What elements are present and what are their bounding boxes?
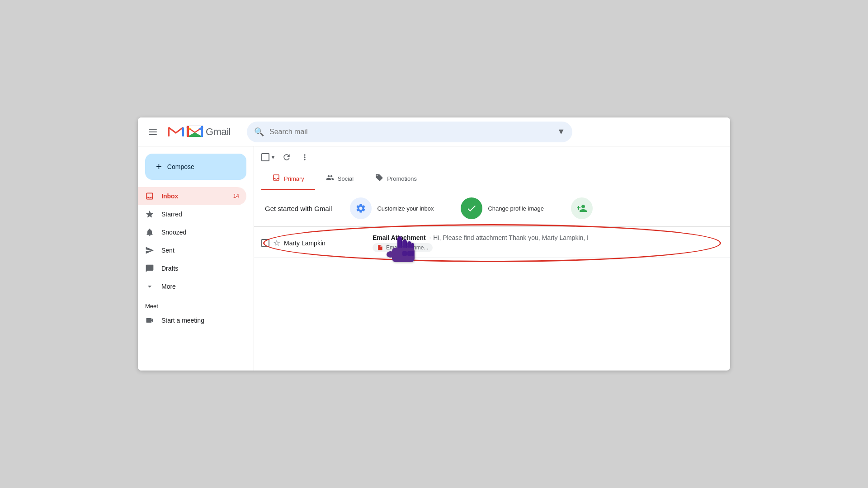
svg-rect-15	[402, 251, 407, 256]
promo-title: Get started with Gmail	[265, 205, 332, 212]
tabs-bar: Primary Social Promotions	[254, 168, 730, 190]
meet-section-label: Meet	[138, 299, 254, 311]
svg-rect-7	[187, 126, 189, 137]
gear-icon	[355, 203, 366, 214]
checkmark-icon	[466, 203, 477, 214]
select-dropdown-icon[interactable]: ▼	[270, 154, 276, 160]
meet-section: Meet Start a meeting	[138, 299, 254, 333]
inbox-label: Inbox	[161, 192, 178, 200]
tab-primary-label: Primary	[284, 175, 304, 182]
menu-button[interactable]	[145, 125, 160, 139]
tab-promotions-label: Promotions	[387, 175, 417, 182]
start-meeting-label: Start a meeting	[161, 317, 204, 324]
tab-social-label: Social	[338, 175, 354, 182]
main-layout: + Compose Inbox 14 Starred	[138, 146, 730, 371]
snoozed-label: Snoozed	[161, 229, 186, 236]
tag-icon	[375, 174, 383, 182]
video-icon	[145, 316, 154, 325]
refresh-button[interactable]	[279, 150, 294, 164]
change-profile-text: Change profile image	[488, 205, 544, 212]
promo-customize-inbox[interactable]: Customize your inbox	[350, 197, 434, 219]
email-preview: - Hi, Please find attachment Thank you, …	[429, 234, 723, 241]
compose-button[interactable]: + Compose	[145, 154, 246, 180]
more-vert-icon	[300, 153, 309, 162]
promotions-tab-icon	[375, 174, 383, 183]
select-all-area: ▼	[261, 153, 276, 161]
compose-plus-icon: +	[156, 161, 162, 173]
sidebar-nav: Inbox 14 Starred Snoozed	[138, 187, 254, 296]
email-attachment-chip: Email Attachme...	[373, 243, 433, 252]
sidebar-item-drafts[interactable]: Drafts	[138, 259, 246, 277]
content-area: ▼ Primary	[254, 146, 730, 371]
sent-label: Sent	[161, 247, 175, 254]
svg-point-14	[387, 251, 395, 258]
attachment-filename: Email Attachme...	[386, 244, 428, 251]
gmail-text: Gmail	[206, 126, 231, 138]
more-label: More	[161, 283, 176, 290]
sidebar-item-starred[interactable]: Starred	[138, 205, 246, 223]
email-list: ☆ Marty Lampkin	[254, 227, 730, 371]
tab-primary[interactable]: Primary	[261, 168, 315, 190]
email-checkbox[interactable]	[261, 239, 269, 247]
email-row-wrapper: ☆ Marty Lampkin	[254, 229, 730, 258]
social-tab-icon	[326, 174, 334, 183]
promo-items: Customize your inbox Change profile imag…	[350, 197, 593, 219]
gmail-m-svg	[186, 124, 204, 138]
starred-icon	[145, 210, 154, 219]
gmail-m-graphic	[186, 124, 204, 140]
search-bar: 🔍 ▼	[247, 122, 572, 142]
select-all-checkbox[interactable]	[261, 153, 269, 161]
promo-add-person[interactable]	[571, 197, 593, 219]
promo-change-profile[interactable]: Change profile image	[461, 197, 544, 219]
meet-start-meeting[interactable]: Start a meeting	[138, 311, 246, 329]
change-profile-label: Change profile image	[488, 205, 544, 212]
sent-icon	[145, 246, 154, 255]
customize-inbox-label: Customize your inbox	[377, 205, 434, 212]
drafts-icon	[145, 264, 154, 273]
refresh-icon	[282, 153, 291, 162]
email-sender: Marty Lampkin	[284, 239, 365, 247]
search-input[interactable]	[269, 128, 552, 136]
email-star-icon[interactable]: ☆	[273, 238, 280, 248]
svg-rect-0	[168, 127, 170, 136]
compose-label: Compose	[167, 163, 194, 170]
svg-rect-1	[182, 127, 184, 136]
gmail-window: Gmail 🔍 ▼ + Compose Inbox	[138, 117, 730, 371]
sidebar-item-sent[interactable]: Sent	[138, 241, 246, 259]
sidebar: + Compose Inbox 14 Starred	[138, 146, 254, 371]
toolbar: ▼	[254, 146, 730, 168]
gmail-m-icon	[168, 126, 184, 138]
promo-banner: Get started with Gmail Customize your in…	[254, 190, 730, 227]
tab-promotions[interactable]: Promotions	[364, 168, 428, 190]
svg-rect-17	[411, 251, 414, 256]
customize-inbox-icon	[350, 197, 372, 219]
starred-label: Starred	[161, 211, 182, 218]
sidebar-item-inbox[interactable]: Inbox 14	[138, 187, 246, 205]
email-subject: Email Attachment	[373, 234, 426, 241]
svg-rect-8	[201, 126, 203, 137]
gmail-logo[interactable]: Gmail	[168, 124, 231, 140]
pdf-icon	[377, 244, 383, 251]
primary-inbox-icon	[272, 174, 280, 182]
tab-social[interactable]: Social	[315, 168, 364, 190]
people-icon	[326, 174, 334, 182]
inbox-icon	[145, 192, 154, 201]
more-options-button[interactable]	[297, 150, 312, 164]
search-icon: 🔍	[254, 127, 264, 137]
add-person-icon-circle	[571, 197, 593, 219]
primary-tab-icon	[272, 174, 280, 183]
drafts-label: Drafts	[161, 265, 178, 272]
sidebar-item-snoozed[interactable]: Snoozed	[138, 223, 246, 241]
change-profile-icon	[461, 197, 482, 219]
table-row[interactable]: ☆ Marty Lampkin	[254, 229, 730, 258]
header: Gmail 🔍 ▼	[138, 117, 730, 146]
sidebar-item-more[interactable]: More	[138, 277, 246, 296]
svg-rect-16	[407, 251, 411, 256]
person-add-icon	[576, 203, 587, 214]
more-chevron-icon	[145, 282, 154, 291]
customize-inbox-text: Customize your inbox	[377, 205, 434, 212]
snoozed-icon	[145, 228, 154, 237]
search-dropdown-icon[interactable]: ▼	[557, 127, 565, 136]
hamburger-icon	[149, 129, 157, 135]
inbox-badge: 14	[233, 193, 239, 199]
